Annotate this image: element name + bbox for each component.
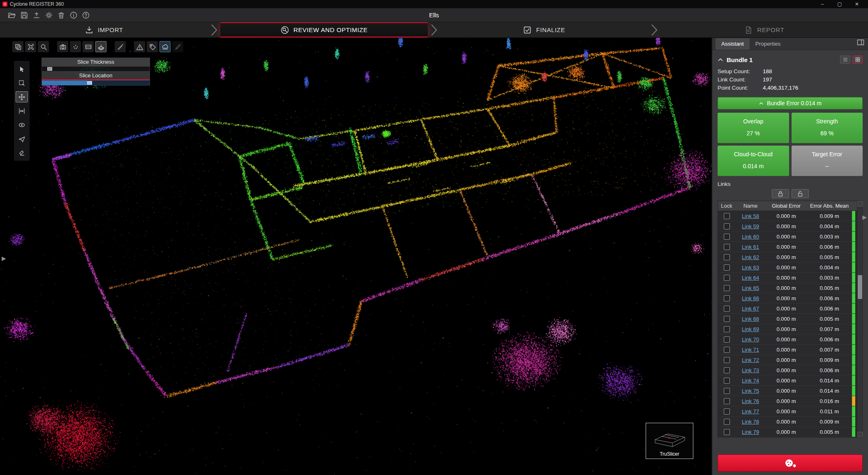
camera-icon[interactable] [57,41,68,52]
link-name[interactable]: Link 69 [742,326,759,332]
chevron-up-icon[interactable] [718,58,723,62]
measure-span-icon[interactable] [16,105,28,116]
link-lock-checkbox[interactable] [724,347,730,353]
slice-thickness-handle[interactable] [47,67,52,71]
links-table-scrollbar[interactable] [857,201,862,437]
link-name[interactable]: Link 77 [742,408,759,415]
link-lock-checkbox[interactable] [724,388,730,394]
scrollbar-top-box[interactable] [857,201,863,206]
column-header-name[interactable]: Name [735,203,766,209]
link-name[interactable]: Link 73 [742,367,759,373]
left-panel-expand-arrow[interactable]: ▶ [2,255,6,262]
list-view-icon[interactable] [840,56,850,64]
link-lock-checkbox[interactable] [724,419,730,425]
open-project-icon[interactable] [6,9,18,21]
tag-icon[interactable] [147,41,158,52]
link-lock-checkbox[interactable] [724,285,730,291]
link-lock-checkbox[interactable] [724,429,730,435]
link-name[interactable]: Link 59 [742,223,759,229]
link-lock-checkbox[interactable] [724,316,730,322]
workflow-step-report[interactable]: REPORT [660,22,868,37]
link-name[interactable]: Link 72 [742,357,759,363]
link-lock-checkbox[interactable] [724,357,730,363]
link-lock-checkbox[interactable] [724,306,730,312]
link-name[interactable]: Link 74 [742,378,759,384]
point-cloud-canvas[interactable] [0,38,711,475]
link-name[interactable]: Link 60 [742,234,759,240]
link-lock-checkbox[interactable] [724,408,730,415]
column-header-global-error[interactable]: Global Error [766,203,807,209]
warning-icon[interactable] [134,41,145,52]
slice-location-slider[interactable] [42,80,150,86]
help-icon[interactable] [80,9,92,21]
zoom-region-icon[interactable] [38,41,49,52]
tab-assistant[interactable]: Assistant [716,38,750,50]
link-lock-checkbox[interactable] [724,254,730,260]
tab-properties[interactable]: Properties [750,38,787,50]
truslicer-widget[interactable]: TruSlicer [646,423,693,459]
pan-move-icon[interactable] [16,91,28,102]
link-name[interactable]: Link 67 [742,306,759,312]
save-project-icon[interactable] [18,9,30,21]
publish-icon[interactable] [30,9,43,21]
measure-icon[interactable] [115,41,126,52]
link-name[interactable]: Link 58 [742,213,759,219]
workflow-step-finalize[interactable]: FINALIZE [440,22,648,37]
minimize-button[interactable]: – [814,0,831,8]
panel-layout-icon[interactable] [856,38,865,48]
link-name[interactable]: Link 65 [742,285,759,291]
select-rect-icon[interactable] [16,77,28,88]
fit-view-icon[interactable] [25,41,36,52]
pano-view-icon[interactable] [83,41,94,52]
maximize-button[interactable]: ▢ [831,0,848,8]
close-button[interactable]: ✕ [848,0,866,8]
link-lock-checkbox[interactable] [724,326,730,332]
bundle-error-button[interactable]: Bundle Error 0.014 m [718,97,863,109]
orbit-view-icon[interactable] [16,119,28,130]
link-lock-checkbox[interactable] [724,234,730,240]
link-name[interactable]: Link 64 [742,275,759,281]
link-lock-checkbox[interactable] [724,275,730,281]
unlock-all-icon[interactable] [792,189,809,198]
link-lock-checkbox[interactable] [724,264,730,271]
right-panel-collapse-arrow[interactable]: ▶ [862,214,867,220]
link-name[interactable]: Link 66 [742,295,759,301]
link-name[interactable]: Link 62 [742,254,759,260]
slice-thickness-slider[interactable] [42,66,150,72]
link-lock-checkbox[interactable] [724,398,730,404]
fly-icon[interactable] [16,133,28,144]
truslicer-icon[interactable] [95,41,106,52]
point-cloud-icon[interactable] [70,41,81,52]
cloud-to-cloud-register-button[interactable] [718,454,863,472]
scrollbar-bottom-box[interactable] [857,432,863,437]
delete-icon[interactable] [55,9,67,21]
slice-location-handle[interactable] [87,81,92,85]
slice-cloud-icon[interactable] [159,41,171,52]
column-header-lock[interactable]: Lock [718,203,735,209]
link-name[interactable]: Link 61 [742,244,759,250]
eraser-icon[interactable] [16,147,28,158]
link-name[interactable]: Link 63 [742,264,759,271]
link-lock-checkbox[interactable] [724,367,730,373]
link-name[interactable]: Link 79 [742,429,759,435]
link-lock-checkbox[interactable] [724,244,730,250]
metric-tile[interactable]: Cloud-to-Cloud 0.014 m [718,146,789,176]
workflow-step-review-and-optimize[interactable]: REVIEW AND OPTIMIZE [220,22,428,37]
scrollbar-thumb[interactable] [858,275,862,299]
link-lock-checkbox[interactable] [724,213,730,219]
link-name[interactable]: Link 78 [742,419,759,425]
link-lock-checkbox[interactable] [724,295,730,301]
metric-tile[interactable]: Target Error -- [792,146,863,176]
grid-view-icon[interactable] [852,56,863,64]
settings-icon[interactable] [43,9,55,21]
lock-all-icon[interactable] [772,189,789,198]
link-name[interactable]: Link 70 [742,336,759,343]
link-name[interactable]: Link 76 [742,398,759,404]
copy-icon[interactable] [12,41,23,52]
link-lock-checkbox[interactable] [724,223,730,229]
link-name[interactable]: Link 75 [742,388,759,394]
link-name[interactable]: Link 68 [742,316,759,322]
info-icon[interactable] [67,9,80,21]
metric-tile[interactable]: Overlap 27 % [718,113,789,143]
cursor-icon[interactable] [16,63,28,74]
